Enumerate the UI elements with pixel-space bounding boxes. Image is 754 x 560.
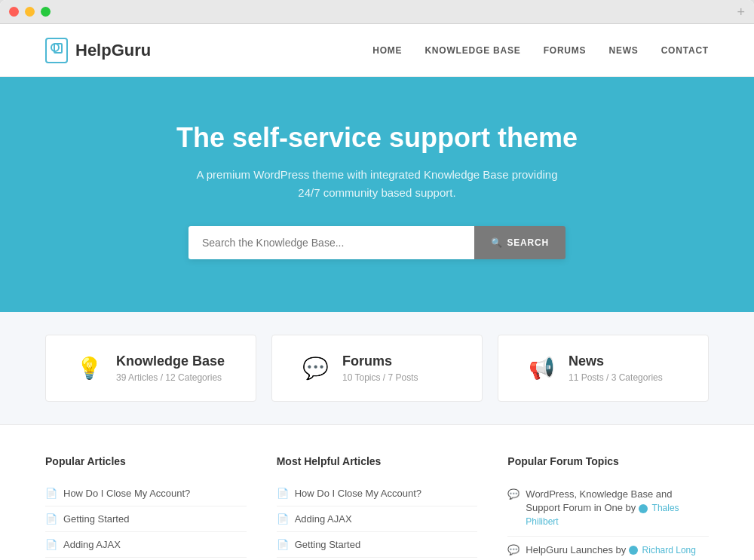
stat-info-forums: Forums 10 Topics / 7 Posts (342, 353, 418, 383)
forums-icon: 💬 (302, 356, 329, 381)
news-icon: 📢 (529, 356, 555, 381)
stat-card-news[interactable]: 📢 News 11 Posts / 3 Categories (498, 335, 709, 402)
stat-card-forums[interactable]: 💬 Forums 10 Topics / 7 Posts (271, 335, 483, 402)
nav-forums[interactable]: FORUMS (544, 45, 587, 56)
avatar (629, 546, 638, 555)
stat-sub-knowledge-base: 39 Articles / 12 Categories (116, 372, 225, 383)
maximize-btn[interactable] (41, 7, 51, 17)
minimize-btn[interactable] (25, 7, 35, 17)
stat-title-news: News (569, 353, 663, 369)
hero-subtitle: A premium WordPress theme with integrate… (188, 166, 566, 202)
list-item[interactable]: 📄 How Do I Close My Account? (45, 481, 247, 506)
list-item[interactable]: 📄 Adding AJAX (45, 532, 247, 558)
logo-text: HelpGuru (75, 41, 151, 60)
forum-icon: 💬 (507, 543, 520, 557)
popular-articles-title: Popular Articles (45, 455, 247, 467)
article-icon: 📄 (45, 539, 57, 550)
list-item[interactable]: 💬 WordPress, Knowledge Base and Support … (507, 481, 709, 537)
site-nav: HOME KNOWLEDGE BASE FORUMS NEWS CONTACT (372, 45, 709, 56)
new-tab-icon[interactable]: + (737, 5, 745, 19)
avatar (639, 504, 648, 513)
list-item[interactable]: 💬 HelpGuru Launches by Richard Long (507, 537, 709, 560)
search-input[interactable] (188, 226, 474, 259)
stat-sub-news: 11 Posts / 3 Categories (569, 372, 663, 383)
hero-section: The self-service support theme A premium… (0, 77, 754, 312)
search-button-label: SEARCH (507, 237, 549, 248)
list-item[interactable]: 📄 Getting Started (277, 532, 478, 558)
forum-topics-title: Popular Forum Topics (507, 455, 709, 467)
forum-icon: 💬 (507, 488, 520, 501)
stat-info-news: News 11 Posts / 3 Categories (569, 353, 663, 383)
site-header: HelpGuru HOME KNOWLEDGE BASE FORUMS NEWS… (0, 24, 754, 77)
stat-title-knowledge-base: Knowledge Base (116, 353, 225, 369)
article-icon: 📄 (277, 539, 289, 550)
list-item[interactable]: 📄 Adding AJAX (277, 506, 478, 532)
popular-articles-col: Popular Articles 📄 How Do I Close My Acc… (45, 455, 247, 560)
logo-icon (45, 38, 68, 63)
helpful-articles-col: Most Helpful Articles 📄 How Do I Close M… (277, 455, 478, 560)
nav-contact[interactable]: CONTACT (661, 45, 709, 56)
article-icon: 📄 (45, 488, 57, 499)
search-button[interactable]: 🔍 SEARCH (474, 226, 566, 259)
stat-card-knowledge-base[interactable]: 💡 Knowledge Base 39 Articles / 12 Catego… (45, 335, 256, 402)
forum-author-link[interactable]: Richard Long (642, 545, 696, 555)
stats-section: 💡 Knowledge Base 39 Articles / 12 Catego… (0, 312, 754, 425)
article-icon: 📄 (277, 488, 289, 499)
browser-window: + HelpGuru HOME KNOWLEDGE BASE FORUMS NE… (0, 0, 754, 560)
stat-info-knowledge-base: Knowledge Base 39 Articles / 12 Categori… (116, 353, 225, 383)
forum-topics-col: Popular Forum Topics 💬 WordPress, Knowle… (507, 455, 709, 560)
article-icon: 📄 (45, 513, 57, 525)
list-item[interactable]: 📄 How Do I Close My Account? (277, 481, 478, 506)
knowledge-base-icon: 💡 (76, 356, 103, 381)
list-item[interactable]: 📄 Getting Started (45, 506, 247, 532)
logo[interactable]: HelpGuru (45, 38, 151, 63)
search-icon: 🔍 (491, 237, 503, 248)
nav-news[interactable]: NEWS (608, 45, 638, 56)
titlebar: + (0, 0, 754, 24)
stat-sub-forums: 10 Topics / 7 Posts (342, 372, 418, 383)
stat-title-forums: Forums (342, 353, 418, 369)
close-btn[interactable] (9, 7, 19, 17)
hero-title: The self-service support theme (15, 122, 739, 154)
nav-home[interactable]: HOME (372, 45, 402, 56)
article-icon: 📄 (277, 513, 289, 525)
articles-section: Popular Articles 📄 How Do I Close My Acc… (0, 425, 754, 560)
helpful-articles-title: Most Helpful Articles (277, 455, 478, 467)
search-bar: 🔍 SEARCH (188, 226, 566, 259)
nav-knowledge-base[interactable]: KNOWLEDGE BASE (425, 45, 520, 56)
